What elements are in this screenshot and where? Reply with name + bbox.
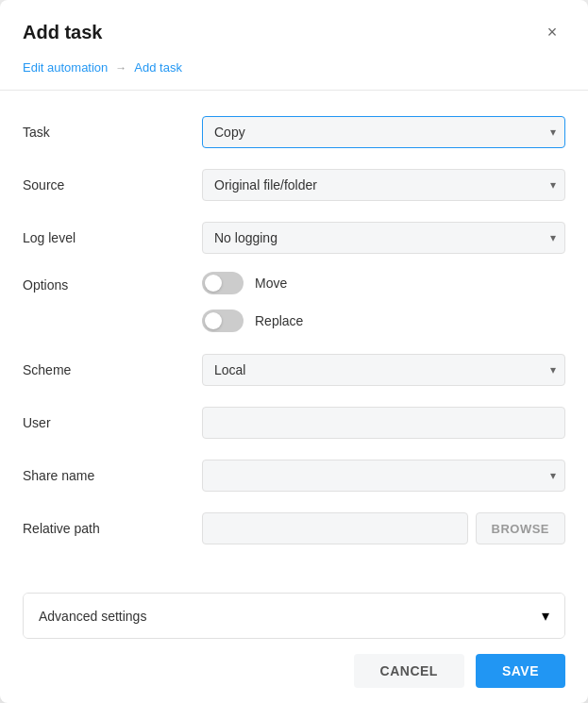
relative-path-row: Relative path BROWSE	[23, 510, 565, 547]
relative-path-wrapper: BROWSE	[202, 512, 565, 544]
scheme-select[interactable]: Local SMB FTP SFTP	[202, 354, 565, 386]
scheme-row: Scheme Local SMB FTP SFTP ▾	[23, 351, 565, 389]
replace-toggle[interactable]	[202, 310, 244, 332]
user-input-wrapper	[202, 407, 565, 439]
scheme-select-wrapper: Local SMB FTP SFTP ▾	[202, 354, 565, 386]
source-row: Source Original file/folder Destination …	[23, 166, 565, 204]
replace-toggle-row: Replace	[202, 310, 303, 332]
add-task-dialog: Add task × Edit automation → Add task Ta…	[0, 0, 588, 703]
share-name-label: Share name	[23, 468, 202, 483]
options-controls: Move Replace	[202, 272, 303, 332]
relative-path-input[interactable]	[202, 512, 468, 544]
options-row: Options Move Replace	[23, 272, 565, 332]
advanced-settings-title: Advanced settings	[39, 609, 146, 624]
advanced-settings-header[interactable]: Advanced settings ▾	[24, 594, 564, 638]
save-button[interactable]: SAVE	[476, 654, 565, 688]
task-select-wrapper: Copy Move Delete Archive ▾	[202, 116, 565, 148]
task-label: Task	[23, 125, 202, 140]
share-name-row: Share name ▾	[23, 457, 565, 494]
user-label: User	[23, 415, 202, 430]
share-name-select-wrapper: ▾	[202, 460, 565, 492]
source-label: Source	[23, 177, 202, 192]
log-level-row: Log level No logging Basic Detailed ▾	[23, 219, 565, 257]
replace-toggle-slider	[202, 310, 244, 332]
close-button[interactable]: ×	[539, 19, 565, 45]
task-select[interactable]: Copy Move Delete Archive	[202, 116, 565, 148]
log-level-select-wrapper: No logging Basic Detailed ▾	[202, 222, 565, 254]
task-row: Task Copy Move Delete Archive ▾	[23, 113, 565, 151]
advanced-settings-section: Advanced settings ▾	[23, 593, 565, 639]
share-name-select[interactable]	[202, 460, 565, 492]
breadcrumb-edit-automation[interactable]: Edit automation	[23, 60, 108, 75]
source-select-wrapper: Original file/folder Destination file/fo…	[202, 169, 565, 201]
user-input[interactable]	[202, 407, 565, 439]
dialog-title: Add task	[23, 22, 102, 43]
breadcrumb-arrow: →	[115, 61, 126, 75]
source-select[interactable]: Original file/folder Destination file/fo…	[202, 169, 565, 201]
replace-label: Replace	[255, 313, 303, 328]
move-toggle-row: Move	[202, 272, 303, 294]
move-toggle-slider	[202, 272, 244, 294]
log-level-label: Log level	[23, 230, 202, 245]
log-level-select[interactable]: No logging Basic Detailed	[202, 222, 565, 254]
dialog-header: Add task ×	[0, 0, 588, 57]
cancel-button[interactable]: CANCEL	[354, 654, 464, 688]
header-divider	[0, 90, 588, 91]
dialog-footer: CANCEL SAVE	[0, 639, 588, 703]
options-label: Options	[23, 272, 202, 293]
browse-button[interactable]: BROWSE	[476, 512, 566, 544]
advanced-chevron-icon: ▾	[542, 607, 549, 625]
breadcrumb: Edit automation → Add task	[0, 57, 588, 90]
form-body: Task Copy Move Delete Archive ▾ Source O…	[0, 98, 588, 585]
user-row: User	[23, 404, 565, 442]
breadcrumb-current: Add task	[134, 60, 182, 75]
move-label: Move	[255, 276, 287, 291]
scheme-label: Scheme	[23, 362, 202, 377]
relative-path-label: Relative path	[23, 521, 202, 536]
move-toggle[interactable]	[202, 272, 244, 294]
